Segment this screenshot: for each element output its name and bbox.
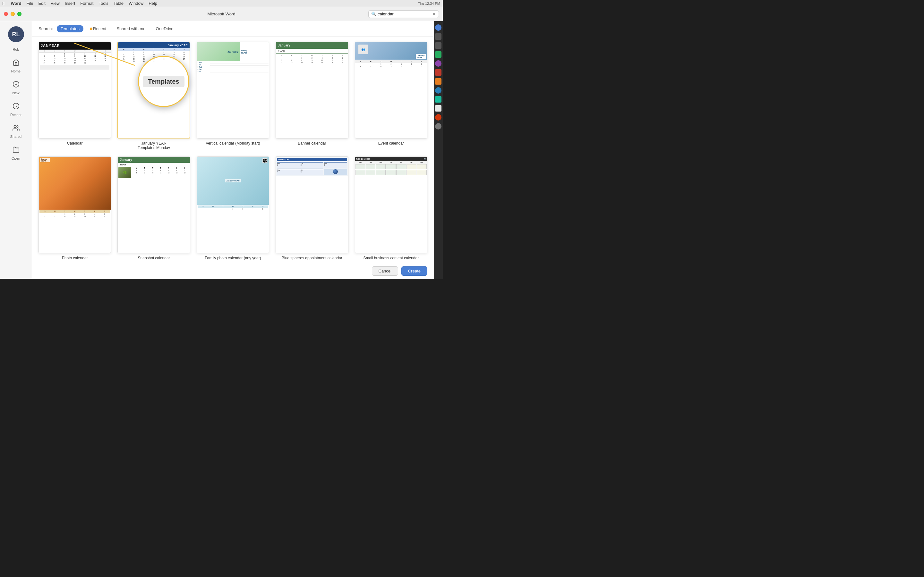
open-icon xyxy=(13,146,19,155)
template-item-smallbiz[interactable]: Social Media 📷 Mon Tue Wed Thu Fri Sat S… xyxy=(355,156,427,260)
template-preview-monday: January YEAR MTWTFSS 123456 78910111213 … xyxy=(118,42,190,139)
new-label: New xyxy=(12,91,19,95)
open-label: Open xyxy=(11,156,20,160)
template-preview-vertical: January YEAR January 1 Mon 2 Tue 3 Wed 4… xyxy=(197,42,269,139)
right-icon-2 xyxy=(435,33,441,40)
recent-label: Recent xyxy=(10,113,21,117)
mac-menu-bar:  Word File Edit View Insert Format Tool… xyxy=(0,0,443,7)
title-search-input[interactable] xyxy=(378,11,432,16)
main-content: Search: Templates Recent Shared with me … xyxy=(32,21,434,279)
sidebar-item-shared[interactable]: Shared xyxy=(3,122,29,141)
template-preview-smallbiz: Social Media 📷 Mon Tue Wed Thu Fri Sat S… xyxy=(355,156,427,253)
template-item-calendar[interactable]: JANYEAR SMTWTFS 12345 6789101112 1314151… xyxy=(39,42,111,150)
cancel-button[interactable]: Cancel xyxy=(372,266,398,276)
close-button[interactable] xyxy=(4,12,8,16)
right-icon-5 xyxy=(435,60,441,67)
template-name-smallbiz: Small business content calendar xyxy=(363,256,419,260)
right-icon-11 xyxy=(435,114,441,121)
template-item-vertical[interactable]: January YEAR January 1 Mon 2 Tue 3 Wed 4… xyxy=(197,42,269,150)
menu-tools[interactable]: Tools xyxy=(99,1,108,6)
template-preview-photo: JanuaryYEAR SMTWTFS 12345 6789101112 xyxy=(39,156,111,253)
template-item-spheres[interactable]: WEEK OF Mon1 Tue2 Wed3 Thu4 Fri5 xyxy=(276,156,348,260)
search-label: Search: xyxy=(39,26,53,31)
template-name-calendar: Calendar xyxy=(67,141,83,145)
menu-file[interactable]: File xyxy=(26,1,33,6)
sidebar-item-open[interactable]: Open xyxy=(3,143,29,163)
title-bar: Microsoft Word 🔍 ✕ xyxy=(0,7,443,21)
sidebar: RL Rob Home New Recent Shared xyxy=(0,21,32,279)
template-item-event[interactable]: JanuaryYEAR 👥 SMTWTFS 12345 6789101112 E… xyxy=(355,42,427,150)
svg-point-4 xyxy=(14,125,16,127)
home-icon xyxy=(13,59,19,68)
template-item-banner[interactable]: January YEAR SMTWTFS 12345 6789101112 13… xyxy=(276,42,348,150)
right-icon-3 xyxy=(435,42,441,49)
sidebar-item-home[interactable]: Home xyxy=(3,56,29,76)
menu-window[interactable]: Window xyxy=(129,1,144,6)
templates-grid: JANYEAR SMTWTFS 12345 6789101112 1314151… xyxy=(32,37,434,263)
shared-label: Shared xyxy=(10,135,21,139)
recent-icon xyxy=(13,103,19,111)
tab-templates[interactable]: Templates xyxy=(57,25,83,32)
avatar: RL xyxy=(8,26,24,42)
sidebar-item-recent[interactable]: Recent xyxy=(3,100,29,119)
search-tabs-bar: Search: Templates Recent Shared with me … xyxy=(32,21,434,37)
template-name-monday: January YEARTemplates Monday xyxy=(137,141,170,150)
menu-help[interactable]: Help xyxy=(149,1,157,6)
template-preview-event: JanuaryYEAR 👥 SMTWTFS 12345 6789101112 xyxy=(355,42,427,139)
template-preview-snapshot: January YEAR 🌿 MTWTFSS 1234567 891011121 xyxy=(118,156,190,253)
template-preview-family: January YEAR 👨‍👩‍👧 SMTWTFS 12345 xyxy=(197,156,269,253)
create-button[interactable]: Create xyxy=(401,266,427,276)
template-item-monday[interactable]: January YEAR MTWTFSS 123456 78910111213 … xyxy=(118,42,190,150)
template-preview-banner: January YEAR SMTWTFS 12345 6789101112 13… xyxy=(276,42,348,139)
tab-recent[interactable]: Recent xyxy=(86,25,110,32)
template-name-family: Family photo calendar (any year) xyxy=(205,256,261,260)
template-name-banner: Banner calendar xyxy=(298,141,326,145)
menu-edit[interactable]: Edit xyxy=(38,1,45,6)
menu-format[interactable]: Format xyxy=(80,1,94,6)
template-name-spheres: Blue spheres appointment calendar xyxy=(282,256,342,260)
menu-table[interactable]: Table xyxy=(113,1,124,6)
template-name-photo: Photo calendar xyxy=(62,256,88,260)
template-item-family[interactable]: January YEAR 👨‍👩‍👧 SMTWTFS 12345 xyxy=(197,156,269,260)
traffic-lights xyxy=(4,12,21,16)
right-icon-9 xyxy=(435,96,441,103)
right-icon-6 xyxy=(435,69,441,76)
right-icon-4 xyxy=(435,51,441,58)
template-preview-calendar: JANYEAR SMTWTFS 12345 6789101112 1314151… xyxy=(39,42,111,139)
recent-dot xyxy=(90,27,92,30)
tab-onedrive[interactable]: OneDrive xyxy=(152,25,178,32)
minimize-button[interactable] xyxy=(11,12,15,16)
template-name-snapshot: Snapshot calendar xyxy=(138,256,170,260)
shared-icon xyxy=(13,124,19,133)
user-name: Rob xyxy=(13,47,19,51)
right-icon-8 xyxy=(435,87,441,93)
search-clear-button[interactable]: ✕ xyxy=(432,11,436,17)
template-preview-spheres: WEEK OF Mon1 Tue2 Wed3 Thu4 Fri5 xyxy=(276,156,348,253)
new-icon xyxy=(13,81,19,90)
bottom-bar: Cancel Create xyxy=(32,263,434,279)
maximize-button[interactable] xyxy=(17,12,21,16)
template-name-vertical: Vertical calendar (Monday start) xyxy=(206,141,260,145)
window-title: Microsoft Word xyxy=(207,11,235,16)
right-icon-10 xyxy=(435,105,441,111)
app-container: RL Rob Home New Recent Shared xyxy=(0,21,443,279)
right-icon-12 xyxy=(435,123,441,129)
sidebar-item-new[interactable]: New xyxy=(3,78,29,97)
template-item-photo[interactable]: JanuaryYEAR SMTWTFS 12345 6789101112 xyxy=(39,156,111,260)
menu-view[interactable]: View xyxy=(51,1,60,6)
template-item-snapshot[interactable]: January YEAR 🌿 MTWTFSS 1234567 891011121 xyxy=(118,156,190,260)
right-icon-7 xyxy=(435,78,441,85)
right-sidebar xyxy=(434,21,443,279)
home-label: Home xyxy=(11,69,21,73)
right-icon-1 xyxy=(435,24,441,31)
menu-word[interactable]: Word xyxy=(11,1,21,6)
menu-insert[interactable]: Insert xyxy=(65,1,75,6)
template-name-event: Event calendar xyxy=(378,141,404,145)
apple-menu[interactable]:  xyxy=(3,1,4,6)
title-search-bar[interactable]: 🔍 ✕ xyxy=(368,10,439,18)
tab-shared[interactable]: Shared with me xyxy=(113,25,149,32)
